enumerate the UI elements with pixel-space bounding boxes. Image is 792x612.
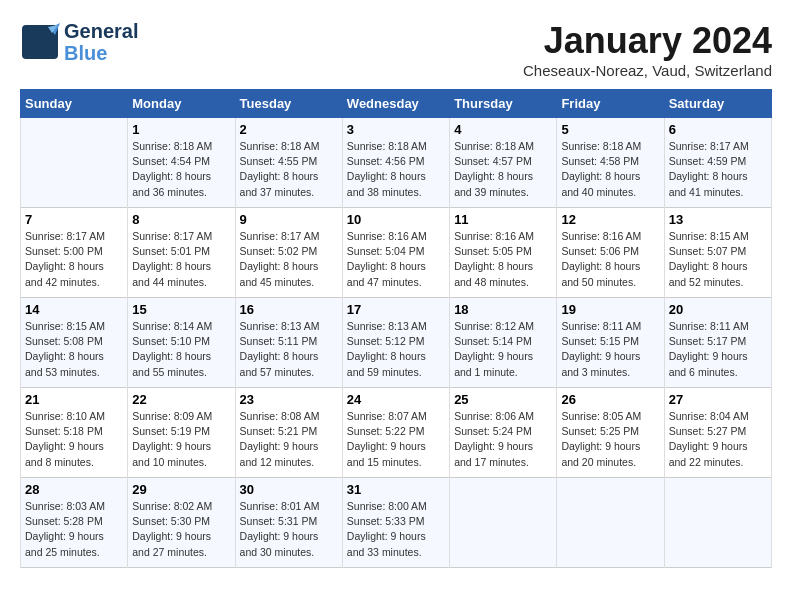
day-number: 18 xyxy=(454,302,552,317)
logo-text-line2: Blue xyxy=(64,42,138,64)
day-info: Sunrise: 8:18 AM Sunset: 4:55 PM Dayligh… xyxy=(240,139,338,200)
day-number: 15 xyxy=(132,302,230,317)
calendar-cell: 27Sunrise: 8:04 AM Sunset: 5:27 PM Dayli… xyxy=(664,388,771,478)
day-number: 2 xyxy=(240,122,338,137)
calendar-cell: 3Sunrise: 8:18 AM Sunset: 4:56 PM Daylig… xyxy=(342,118,449,208)
day-info: Sunrise: 8:03 AM Sunset: 5:28 PM Dayligh… xyxy=(25,499,123,560)
day-info: Sunrise: 8:02 AM Sunset: 5:30 PM Dayligh… xyxy=(132,499,230,560)
day-number: 25 xyxy=(454,392,552,407)
day-info: Sunrise: 8:17 AM Sunset: 5:01 PM Dayligh… xyxy=(132,229,230,290)
weekday-header-friday: Friday xyxy=(557,90,664,118)
day-info: Sunrise: 8:04 AM Sunset: 5:27 PM Dayligh… xyxy=(669,409,767,470)
calendar-cell: 30Sunrise: 8:01 AM Sunset: 5:31 PM Dayli… xyxy=(235,478,342,568)
day-info: Sunrise: 8:16 AM Sunset: 5:05 PM Dayligh… xyxy=(454,229,552,290)
weekday-header-sunday: Sunday xyxy=(21,90,128,118)
month-title: January 2024 xyxy=(523,20,772,62)
day-info: Sunrise: 8:18 AM Sunset: 4:56 PM Dayligh… xyxy=(347,139,445,200)
day-number: 31 xyxy=(347,482,445,497)
day-number: 4 xyxy=(454,122,552,137)
day-info: Sunrise: 8:16 AM Sunset: 5:06 PM Dayligh… xyxy=(561,229,659,290)
calendar-cell: 20Sunrise: 8:11 AM Sunset: 5:17 PM Dayli… xyxy=(664,298,771,388)
day-info: Sunrise: 8:05 AM Sunset: 5:25 PM Dayligh… xyxy=(561,409,659,470)
day-number: 5 xyxy=(561,122,659,137)
weekday-header-wednesday: Wednesday xyxy=(342,90,449,118)
calendar-cell: 28Sunrise: 8:03 AM Sunset: 5:28 PM Dayli… xyxy=(21,478,128,568)
day-info: Sunrise: 8:01 AM Sunset: 5:31 PM Dayligh… xyxy=(240,499,338,560)
day-number: 16 xyxy=(240,302,338,317)
calendar-cell: 9Sunrise: 8:17 AM Sunset: 5:02 PM Daylig… xyxy=(235,208,342,298)
day-number: 24 xyxy=(347,392,445,407)
day-info: Sunrise: 8:15 AM Sunset: 5:07 PM Dayligh… xyxy=(669,229,767,290)
day-number: 14 xyxy=(25,302,123,317)
calendar-cell xyxy=(21,118,128,208)
calendar-cell: 23Sunrise: 8:08 AM Sunset: 5:21 PM Dayli… xyxy=(235,388,342,478)
calendar-week-row: 28Sunrise: 8:03 AM Sunset: 5:28 PM Dayli… xyxy=(21,478,772,568)
day-info: Sunrise: 8:10 AM Sunset: 5:18 PM Dayligh… xyxy=(25,409,123,470)
calendar-cell: 19Sunrise: 8:11 AM Sunset: 5:15 PM Dayli… xyxy=(557,298,664,388)
calendar-cell: 5Sunrise: 8:18 AM Sunset: 4:58 PM Daylig… xyxy=(557,118,664,208)
day-info: Sunrise: 8:18 AM Sunset: 4:58 PM Dayligh… xyxy=(561,139,659,200)
calendar-cell: 21Sunrise: 8:10 AM Sunset: 5:18 PM Dayli… xyxy=(21,388,128,478)
day-number: 27 xyxy=(669,392,767,407)
calendar-cell xyxy=(557,478,664,568)
calendar-cell: 17Sunrise: 8:13 AM Sunset: 5:12 PM Dayli… xyxy=(342,298,449,388)
calendar-cell: 22Sunrise: 8:09 AM Sunset: 5:19 PM Dayli… xyxy=(128,388,235,478)
day-number: 6 xyxy=(669,122,767,137)
weekday-header-thursday: Thursday xyxy=(450,90,557,118)
day-number: 9 xyxy=(240,212,338,227)
calendar-table: SundayMondayTuesdayWednesdayThursdayFrid… xyxy=(20,89,772,568)
day-number: 20 xyxy=(669,302,767,317)
page-header: General Blue January 2024 Cheseaux-Norea… xyxy=(20,20,772,79)
calendar-week-row: 21Sunrise: 8:10 AM Sunset: 5:18 PM Dayli… xyxy=(21,388,772,478)
day-number: 30 xyxy=(240,482,338,497)
day-info: Sunrise: 8:11 AM Sunset: 5:17 PM Dayligh… xyxy=(669,319,767,380)
day-info: Sunrise: 8:07 AM Sunset: 5:22 PM Dayligh… xyxy=(347,409,445,470)
day-number: 1 xyxy=(132,122,230,137)
day-info: Sunrise: 8:08 AM Sunset: 5:21 PM Dayligh… xyxy=(240,409,338,470)
calendar-cell: 2Sunrise: 8:18 AM Sunset: 4:55 PM Daylig… xyxy=(235,118,342,208)
calendar-cell: 11Sunrise: 8:16 AM Sunset: 5:05 PM Dayli… xyxy=(450,208,557,298)
calendar-cell: 15Sunrise: 8:14 AM Sunset: 5:10 PM Dayli… xyxy=(128,298,235,388)
day-info: Sunrise: 8:16 AM Sunset: 5:04 PM Dayligh… xyxy=(347,229,445,290)
calendar-cell: 26Sunrise: 8:05 AM Sunset: 5:25 PM Dayli… xyxy=(557,388,664,478)
day-number: 8 xyxy=(132,212,230,227)
day-info: Sunrise: 8:18 AM Sunset: 4:54 PM Dayligh… xyxy=(132,139,230,200)
logo-icon xyxy=(20,23,60,61)
day-number: 23 xyxy=(240,392,338,407)
day-number: 3 xyxy=(347,122,445,137)
calendar-cell: 13Sunrise: 8:15 AM Sunset: 5:07 PM Dayli… xyxy=(664,208,771,298)
calendar-cell: 25Sunrise: 8:06 AM Sunset: 5:24 PM Dayli… xyxy=(450,388,557,478)
calendar-cell xyxy=(450,478,557,568)
calendar-week-row: 14Sunrise: 8:15 AM Sunset: 5:08 PM Dayli… xyxy=(21,298,772,388)
title-block: January 2024 Cheseaux-Noreaz, Vaud, Swit… xyxy=(523,20,772,79)
calendar-cell: 12Sunrise: 8:16 AM Sunset: 5:06 PM Dayli… xyxy=(557,208,664,298)
calendar-cell: 24Sunrise: 8:07 AM Sunset: 5:22 PM Dayli… xyxy=(342,388,449,478)
calendar-cell: 29Sunrise: 8:02 AM Sunset: 5:30 PM Dayli… xyxy=(128,478,235,568)
day-info: Sunrise: 8:13 AM Sunset: 5:11 PM Dayligh… xyxy=(240,319,338,380)
calendar-cell: 6Sunrise: 8:17 AM Sunset: 4:59 PM Daylig… xyxy=(664,118,771,208)
weekday-header-monday: Monday xyxy=(128,90,235,118)
weekday-header-saturday: Saturday xyxy=(664,90,771,118)
calendar-cell: 10Sunrise: 8:16 AM Sunset: 5:04 PM Dayli… xyxy=(342,208,449,298)
day-number: 17 xyxy=(347,302,445,317)
day-number: 26 xyxy=(561,392,659,407)
logo: General Blue xyxy=(20,20,138,64)
calendar-week-row: 1Sunrise: 8:18 AM Sunset: 4:54 PM Daylig… xyxy=(21,118,772,208)
day-info: Sunrise: 8:00 AM Sunset: 5:33 PM Dayligh… xyxy=(347,499,445,560)
day-info: Sunrise: 8:13 AM Sunset: 5:12 PM Dayligh… xyxy=(347,319,445,380)
location: Cheseaux-Noreaz, Vaud, Switzerland xyxy=(523,62,772,79)
calendar-cell: 16Sunrise: 8:13 AM Sunset: 5:11 PM Dayli… xyxy=(235,298,342,388)
day-number: 21 xyxy=(25,392,123,407)
calendar-cell: 18Sunrise: 8:12 AM Sunset: 5:14 PM Dayli… xyxy=(450,298,557,388)
calendar-cell: 8Sunrise: 8:17 AM Sunset: 5:01 PM Daylig… xyxy=(128,208,235,298)
day-number: 19 xyxy=(561,302,659,317)
day-number: 13 xyxy=(669,212,767,227)
calendar-week-row: 7Sunrise: 8:17 AM Sunset: 5:00 PM Daylig… xyxy=(21,208,772,298)
day-info: Sunrise: 8:17 AM Sunset: 5:02 PM Dayligh… xyxy=(240,229,338,290)
day-number: 11 xyxy=(454,212,552,227)
calendar-cell: 14Sunrise: 8:15 AM Sunset: 5:08 PM Dayli… xyxy=(21,298,128,388)
day-number: 10 xyxy=(347,212,445,227)
day-info: Sunrise: 8:06 AM Sunset: 5:24 PM Dayligh… xyxy=(454,409,552,470)
day-number: 12 xyxy=(561,212,659,227)
day-number: 22 xyxy=(132,392,230,407)
